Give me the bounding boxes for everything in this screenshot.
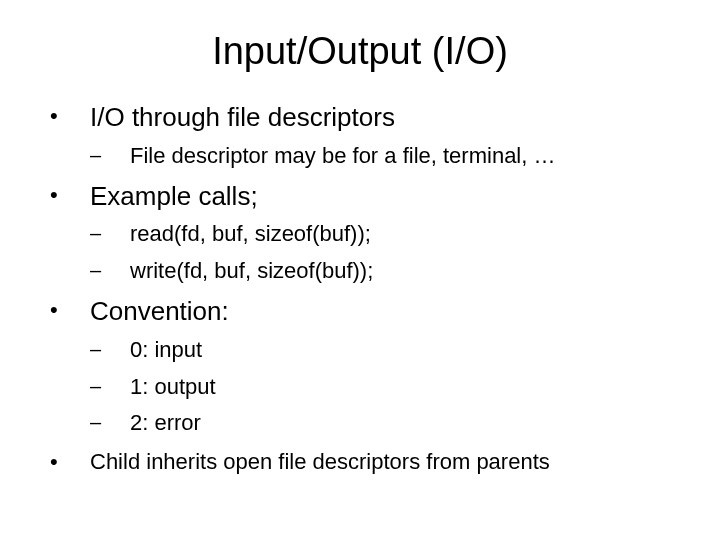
bullet-text: Convention:	[90, 295, 229, 329]
bullet-text: I/O through file descriptors	[90, 101, 395, 135]
bullet-marker: •	[50, 295, 90, 326]
sub-bullet-item: – read(fd, buf, sizeof(buf));	[90, 219, 680, 250]
bullet-marker: •	[50, 180, 90, 211]
bullet-text: Example calls;	[90, 180, 258, 214]
sub-bullet-item: – write(fd, buf, sizeof(buf));	[90, 256, 680, 287]
sub-marker: –	[90, 335, 130, 363]
bullet-item: • Convention:	[50, 295, 680, 329]
sub-marker: –	[90, 219, 130, 247]
sub-text: write(fd, buf, sizeof(buf));	[130, 256, 373, 287]
sub-bullet-item: – 0: input	[90, 335, 680, 366]
sub-marker: –	[90, 141, 130, 169]
sub-marker: –	[90, 408, 130, 436]
sub-text: File descriptor may be for a file, termi…	[130, 141, 555, 172]
sub-text: 1: output	[130, 372, 216, 403]
sub-bullet-item: – 1: output	[90, 372, 680, 403]
sub-bullet-item: – 2: error	[90, 408, 680, 439]
sub-text: 2: error	[130, 408, 201, 439]
bullet-item: • I/O through file descriptors	[50, 101, 680, 135]
bullet-marker: •	[50, 101, 90, 132]
sub-text: 0: input	[130, 335, 202, 366]
bullet-marker: •	[50, 447, 90, 478]
sub-marker: –	[90, 372, 130, 400]
bullet-item: • Example calls;	[50, 180, 680, 214]
slide-content: • I/O through file descriptors – File de…	[40, 101, 680, 478]
sub-bullet-item: – File descriptor may be for a file, ter…	[90, 141, 680, 172]
sub-text: read(fd, buf, sizeof(buf));	[130, 219, 371, 250]
bullet-text: Child inherits open file descriptors fro…	[90, 447, 550, 478]
sub-marker: –	[90, 256, 130, 284]
slide-title: Input/Output (I/O)	[40, 30, 680, 73]
bullet-item: • Child inherits open file descriptors f…	[50, 447, 680, 478]
